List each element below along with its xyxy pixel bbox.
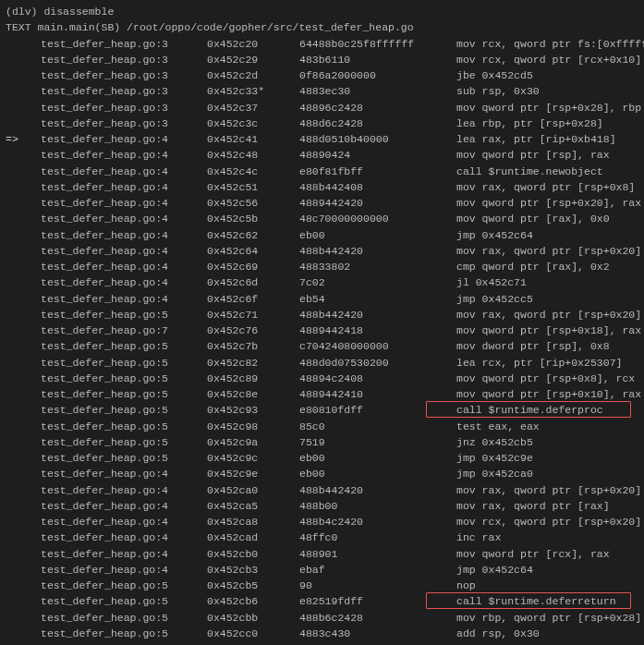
current-arrow (6, 641, 31, 645)
hex-bytes: 488b00 (299, 498, 447, 514)
address: 0x452c71 (207, 307, 290, 322)
address: 0x452cbb (207, 610, 290, 626)
instruction: sub rsp, 0x30 (456, 83, 638, 99)
disassembly-row: test_defer_heap.go:70x452c764889442418mo… (6, 322, 638, 338)
address: 0x452cb3 (207, 562, 290, 578)
disassembly-row: test_defer_heap.go:40x452c5b48c700000000… (6, 211, 638, 226)
address: 0x452c89 (207, 371, 290, 386)
address: 0x452c41 (207, 131, 290, 147)
current-arrow (6, 578, 31, 593)
file-line: test_defer_heap.go:4 (41, 466, 198, 481)
instruction: call $runtime.deferreturn (456, 593, 638, 609)
instruction: mov rax, qword ptr [rsp+0x20] (456, 307, 641, 322)
instruction: mov qword ptr [rsp], rax (456, 147, 638, 163)
instruction: jbe 0x452cd5 (456, 67, 638, 83)
file-line: test_defer_heap.go:3 (41, 52, 198, 67)
instruction: mov rax, qword ptr [rax] (456, 498, 638, 514)
current-arrow (6, 147, 31, 163)
hex-bytes: eb54 (299, 291, 447, 307)
current-arrow (6, 498, 31, 514)
disassembly-row: test_defer_heap.go:40x452cb3ebafjmp 0x45… (6, 562, 638, 578)
disassembly-row: test_defer_heap.go:40x452ca5488b00mov ra… (6, 498, 638, 514)
hex-bytes: c3 (299, 641, 447, 645)
hex-bytes: 0f86a2000000 (299, 67, 447, 83)
file-line: test_defer_heap.go:4 (41, 147, 198, 163)
file-line: test_defer_heap.go:3 (41, 116, 198, 131)
file-line: test_defer_heap.go:3 (41, 100, 198, 116)
file-line: test_defer_heap.go:5 (41, 402, 198, 418)
instruction: ret (456, 641, 638, 645)
hex-bytes: 488b442420 (299, 482, 447, 498)
disassembly-row: test_defer_heap.go:40x452c6feb54jmp 0x45… (6, 291, 638, 307)
disassembly-row: test_defer_heap.go:50x452c7bc70424080000… (6, 338, 638, 354)
instruction: call $runtime.newobject (456, 164, 638, 179)
hex-bytes: 4883ec30 (299, 83, 447, 99)
instruction: mov rax, qword ptr [rsp+0x8] (456, 179, 638, 195)
address: 0x452c48 (207, 147, 290, 163)
address: 0x452c4c (207, 164, 290, 179)
file-line: test_defer_heap.go:7 (41, 322, 198, 338)
current-arrow (6, 211, 31, 226)
hex-bytes: 483b6110 (299, 52, 447, 67)
instruction: cmp qword ptr [rax], 0x2 (456, 259, 638, 274)
current-arrow (6, 307, 31, 322)
disassembly-panel: (dlv) disassemble TEXT main.main(SB) /ro… (0, 0, 644, 645)
current-arrow (6, 338, 31, 354)
current-arrow (6, 52, 31, 67)
instruction: mov rax, qword ptr [rsp+0x20] (456, 243, 641, 259)
file-line: test_defer_heap.go:4 (41, 546, 198, 562)
disassembly-row: test_defer_heap.go:50x452c9ceb00jmp 0x45… (6, 450, 638, 466)
instruction: jmp 0x452c9e (456, 450, 638, 466)
hex-bytes: e80810fdff (299, 402, 447, 418)
address: 0x452c29 (207, 52, 290, 67)
address: 0x452ca5 (207, 498, 290, 514)
current-arrow (6, 371, 31, 386)
hex-bytes: 4889442410 (299, 386, 447, 402)
address: 0x452c33* (207, 83, 290, 99)
address: 0x452c69 (207, 259, 290, 274)
address: 0x452c82 (207, 355, 290, 371)
disassembly-row: test_defer_heap.go:50x452c8948894c2408mo… (6, 371, 638, 386)
instruction: mov qword ptr [rsp+0x8], rcx (456, 371, 638, 386)
instruction: lea rbp, ptr [rsp+0x28] (456, 116, 638, 131)
address: 0x452c98 (207, 419, 290, 434)
disassembly-row: =>test_defer_heap.go:40x452c41488d0510b4… (6, 131, 638, 147)
address: 0x452c76 (207, 322, 290, 338)
file-line: test_defer_heap.go:5 (41, 593, 198, 609)
instruction: mov qword ptr [rax], 0x0 (456, 211, 638, 226)
hex-bytes: 488d0d07530200 (299, 355, 447, 371)
current-arrow (6, 386, 31, 402)
file-line: test_defer_heap.go:5 (41, 450, 198, 466)
hex-bytes: 4889442418 (299, 322, 447, 338)
disassembly-row: test_defer_heap.go:40x452c4848890424mov … (6, 147, 638, 163)
current-arrow (6, 83, 31, 99)
file-line: test_defer_heap.go:4 (41, 211, 198, 226)
instruction: inc rax (456, 529, 638, 545)
address: 0x452cad (207, 529, 290, 545)
hex-bytes: 48ffc0 (299, 529, 447, 545)
disassembly-row: test_defer_heap.go:40x452ca8488b4c2420mo… (6, 514, 638, 529)
file-line: test_defer_heap.go:5 (41, 386, 198, 402)
instruction: mov qword ptr [rsp+0x20], rax (456, 195, 641, 211)
address: 0x452c6f (207, 291, 290, 307)
current-arrow (6, 259, 31, 274)
file-line: test_defer_heap.go:4 (41, 131, 198, 147)
hex-bytes: 4889442420 (299, 195, 447, 211)
hex-bytes: 7519 (299, 434, 447, 450)
current-arrow (6, 402, 31, 418)
address: 0x452cb5 (207, 578, 290, 593)
hex-bytes: 48894c2408 (299, 371, 447, 386)
disassembly-row: test_defer_heap.go:50x452cb590nop (6, 578, 638, 593)
file-line: test_defer_heap.go:4 (41, 274, 198, 290)
address: 0x452c8e (207, 386, 290, 402)
address: 0x452c93 (207, 402, 290, 418)
instruction: jmp 0x452ca0 (456, 466, 638, 481)
hex-bytes: e82519fdff (299, 593, 447, 609)
current-arrow (6, 562, 31, 578)
disassembly-row: test_defer_heap.go:30x452c2064488b0c25f8… (6, 36, 638, 52)
file-line: test_defer_heap.go:5 (41, 371, 198, 386)
address: 0x452ca0 (207, 482, 290, 498)
disassembly-row: test_defer_heap.go:50x452cc4c3ret (6, 641, 638, 645)
file-line: test_defer_heap.go:5 (41, 626, 198, 641)
disassembly-rows: test_defer_heap.go:30x452c2064488b0c25f8… (6, 36, 638, 646)
